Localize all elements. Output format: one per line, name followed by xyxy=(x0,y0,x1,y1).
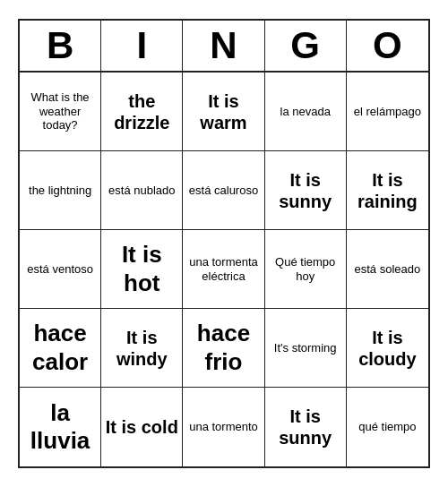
bingo-cell: está nublado xyxy=(101,151,183,230)
bingo-cell: el relámpago xyxy=(347,73,428,151)
bingo-cell: Qué tiempo hoy xyxy=(265,230,347,309)
bingo-cell: qué tiempo xyxy=(347,388,428,466)
bingo-cell: hace frio xyxy=(183,309,264,388)
bingo-grid: What is the weather today?the drizzleIt … xyxy=(20,73,428,466)
bingo-cell: está soleado xyxy=(347,230,428,309)
bingo-cell: la nevada xyxy=(265,73,347,151)
bingo-cell: una tormenta eléctrica xyxy=(183,230,264,309)
bingo-cell: It's storming xyxy=(265,309,347,388)
bingo-cell: está ventoso xyxy=(20,230,101,309)
bingo-header-letter: O xyxy=(347,21,428,71)
bingo-cell: It is sunny xyxy=(265,388,347,466)
bingo-cell: está caluroso xyxy=(183,151,264,230)
bingo-header-letter: N xyxy=(183,21,264,71)
bingo-cell: una tormento xyxy=(183,388,264,466)
bingo-cell: What is the weather today? xyxy=(20,73,101,151)
bingo-cell: It is sunny xyxy=(265,151,347,230)
bingo-cell: the lightning xyxy=(20,151,101,230)
bingo-cell: It is warm xyxy=(183,73,264,151)
bingo-header-letter: B xyxy=(20,21,101,71)
bingo-header-letter: I xyxy=(101,21,183,71)
bingo-cell: la lluvia xyxy=(20,388,101,466)
bingo-header: BINGO xyxy=(20,21,428,73)
bingo-header-letter: G xyxy=(265,21,347,71)
bingo-cell: It is cold xyxy=(101,388,183,466)
bingo-cell: It is cloudy xyxy=(347,309,428,388)
bingo-cell: hace calor xyxy=(20,309,101,388)
bingo-card: BINGO What is the weather today?the driz… xyxy=(18,19,430,468)
bingo-cell: the drizzle xyxy=(101,73,183,151)
bingo-cell: It is windy xyxy=(101,309,183,388)
bingo-cell: It is hot xyxy=(101,230,183,309)
bingo-cell: It is raining xyxy=(347,151,428,230)
